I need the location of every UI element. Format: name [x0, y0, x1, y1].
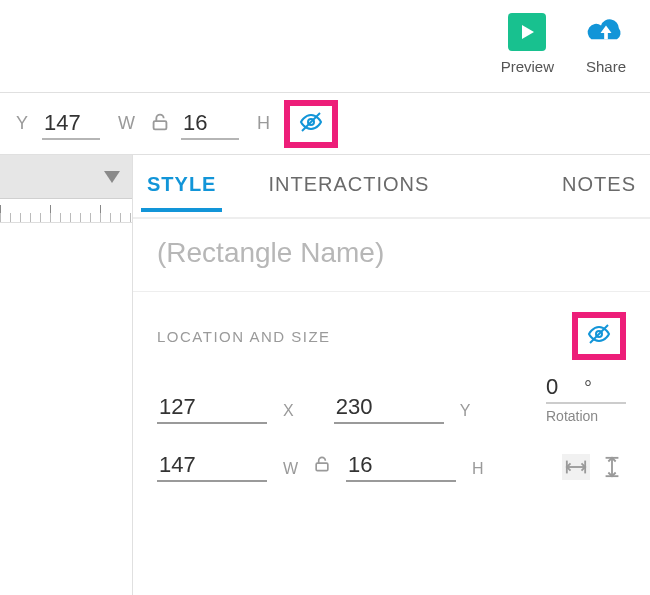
quick-dimensions-bar: Y W H: [0, 93, 650, 155]
h-label: H: [472, 460, 484, 482]
resize-vertical-icon[interactable]: [598, 454, 626, 480]
share-label: Share: [586, 58, 626, 75]
ruler-horizontal: [0, 199, 132, 223]
inspector-panel: STYLE INTERACTIONS NOTES LOCATION AND SI…: [132, 155, 650, 595]
svg-marker-5: [104, 171, 120, 183]
w-label: W: [283, 460, 298, 482]
h-input[interactable]: [346, 450, 456, 482]
y-label: Y: [460, 402, 471, 424]
quickbar-width-input[interactable]: [42, 108, 100, 140]
tab-notes[interactable]: NOTES: [556, 161, 642, 212]
canvas-strip: [0, 155, 132, 595]
unlock-icon[interactable]: [308, 454, 336, 482]
preview-label: Preview: [501, 58, 554, 75]
quickbar-visibility-highlight: [284, 100, 338, 148]
rotation-label: Rotation: [546, 408, 598, 424]
widget-name-input[interactable]: [157, 237, 626, 269]
quickbar-y-label: Y: [16, 113, 28, 134]
degree-symbol: °: [584, 377, 592, 400]
share-button[interactable]: Share: [584, 10, 628, 75]
chevron-down-icon: [104, 171, 120, 183]
quickbar-h-label: H: [257, 113, 270, 134]
eye-off-icon[interactable]: [584, 322, 614, 350]
svg-rect-8: [316, 463, 328, 471]
rotation-cell: ° Rotation: [546, 374, 626, 424]
eye-off-icon[interactable]: [296, 110, 326, 138]
workspace: STYLE INTERACTIONS NOTES LOCATION AND SI…: [0, 155, 650, 595]
preview-button[interactable]: Preview: [501, 10, 554, 75]
play-icon: [505, 10, 549, 54]
inspector-tabs: STYLE INTERACTIONS NOTES: [133, 155, 650, 219]
resize-buttons: [562, 454, 626, 482]
x-label: X: [283, 402, 294, 424]
cloud-upload-icon: [584, 10, 628, 54]
tab-interactions[interactable]: INTERACTIONS: [262, 161, 435, 212]
svg-marker-0: [522, 25, 534, 39]
y-input[interactable]: [334, 392, 444, 424]
x-input[interactable]: [157, 392, 267, 424]
section-visibility-highlight: [572, 312, 626, 360]
dim-row-wh: W H: [157, 450, 626, 482]
quickbar-height-input[interactable]: [181, 108, 239, 140]
unlock-icon[interactable]: [149, 111, 171, 137]
widget-name-block: [133, 219, 650, 292]
section-location-title: LOCATION AND SIZE: [157, 328, 331, 345]
tab-style[interactable]: STYLE: [141, 161, 222, 212]
dim-row-xy: X Y ° Rotation: [157, 374, 626, 424]
section-location-size: LOCATION AND SIZE X: [133, 292, 650, 492]
svg-rect-2: [154, 121, 167, 129]
w-input[interactable]: [157, 450, 267, 482]
quickbar-w-label: W: [118, 113, 135, 134]
resize-horizontal-icon[interactable]: [562, 454, 590, 480]
top-actions-bar: Preview Share: [0, 0, 650, 92]
rotation-input[interactable]: [546, 374, 578, 400]
canvas-tab-header[interactable]: [0, 155, 132, 199]
